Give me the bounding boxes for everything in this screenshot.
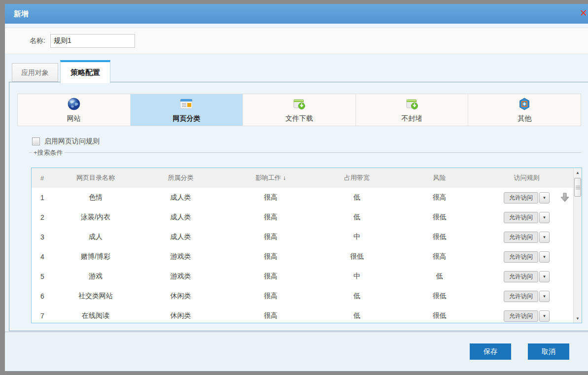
row-parent-category: 成人类 [135, 213, 226, 222]
row-impact: 很高 [226, 292, 315, 301]
dropdown-arrow-icon[interactable]: ▼ [539, 212, 550, 223]
dropdown-arrow-icon[interactable]: ▼ [539, 291, 550, 302]
table-row[interactable]: 4 赌博/博彩 游戏类 很高 很低 很高 允许访问 ▼ [32, 247, 573, 267]
access-rule-dropdown[interactable]: 允许访问 ▼ [504, 291, 550, 302]
table-row[interactable]: 3 成人 成人类 很高 中 很低 允许访问 ▼ [32, 227, 573, 247]
row-number: 3 [32, 233, 56, 241]
row-parent-category: 游戏类 [135, 272, 226, 281]
row-category-name: 社交类网站 [56, 292, 135, 301]
col-header-impact-label: 影响工作 [255, 174, 281, 181]
row-risk: 低 [399, 272, 480, 281]
cancel-button[interactable]: 取消 [528, 343, 569, 360]
scroll-down-icon[interactable]: ▼ [574, 314, 582, 323]
row-impact: 很高 [226, 272, 315, 281]
row-impact: 很高 [226, 311, 315, 320]
category-tab-no-block[interactable]: 不封堵 [356, 94, 469, 126]
col-header-impact[interactable]: 影响工作↓ [226, 173, 315, 182]
access-rule-dropdown[interactable]: 允许访问 ▼ [504, 212, 550, 223]
row-impact: 很高 [226, 193, 315, 202]
tab-policy-config[interactable]: 策略配置 [60, 60, 110, 83]
row-risk: 很高 [399, 252, 480, 261]
category-tab-website[interactable]: 网站 [18, 94, 131, 126]
access-rule-value[interactable]: 允许访问 [504, 232, 538, 243]
enable-rule-label: 启用网页访问规则 [44, 137, 100, 146]
row-bandwidth: 低 [315, 311, 399, 320]
access-rule-value[interactable]: 允许访问 [504, 192, 538, 204]
col-header-index[interactable]: # [32, 174, 56, 182]
category-tab-other[interactable]: 其他 [468, 94, 581, 126]
category-table: # 网页目录名称 所属分类 影响工作↓ 占用带宽 风险 访问规则 1 色情 成人… [31, 168, 582, 323]
access-rule-dropdown[interactable]: 允许访问 ▼ [504, 271, 550, 282]
table-row[interactable]: 5 游戏 游戏类 很高 中 低 允许访问 ▼ [32, 267, 573, 286]
webpage-icon [179, 97, 193, 113]
row-number: 7 [32, 312, 56, 320]
access-rule-dropdown[interactable]: 允许访问 ▼ [504, 310, 550, 322]
row-number: 4 [32, 253, 56, 261]
col-header-category[interactable]: 所属分类 [135, 173, 226, 182]
enable-rule-checkbox[interactable] [32, 137, 40, 145]
row-number: 5 [32, 273, 56, 280]
dialog-footer: 保存 取消 [5, 332, 588, 371]
name-input[interactable] [50, 34, 135, 48]
col-header-rule[interactable]: 访问规则 [480, 173, 573, 182]
search-condition-section: +搜索条件 [29, 152, 581, 153]
access-rule-value[interactable]: 允许访问 [504, 271, 538, 282]
tab-application-object[interactable]: 应用对象 [12, 63, 58, 82]
row-parent-category: 休闲类 [135, 292, 226, 301]
row-category-name: 赌博/博彩 [56, 252, 135, 261]
access-rule-dropdown[interactable]: 允许访问 ▼ [504, 251, 550, 263]
search-condition-toggle[interactable]: +搜索条件 [32, 148, 65, 157]
row-parent-category: 游戏类 [135, 252, 226, 261]
category-tab-web-classification[interactable]: 网页分类 [131, 94, 243, 126]
dialog-title: 新增 [5, 4, 588, 24]
category-table-main: # 网页目录名称 所属分类 影响工作↓ 占用带宽 风险 访问规则 1 色情 成人… [32, 168, 573, 323]
access-rule-dropdown[interactable]: 允许访问 ▼ [504, 232, 550, 243]
access-rule-value[interactable]: 允许访问 [504, 251, 538, 263]
dropdown-arrow-icon[interactable]: ▼ [539, 251, 550, 263]
table-row[interactable]: 2 泳装/内衣 成人类 很高 低 很低 允许访问 ▼ [32, 207, 573, 227]
sort-descending-icon[interactable]: ↓ [283, 174, 286, 181]
row-bandwidth: 很低 [315, 252, 399, 261]
table-header-row: # 网页目录名称 所属分类 影响工作↓ 占用带宽 风险 访问规则 [32, 168, 573, 188]
category-tab-file-download[interactable]: 文件下载 [243, 94, 356, 126]
table-scrollbar[interactable]: ▲ ▼ [573, 168, 582, 323]
table-row[interactable]: 1 色情 成人类 很高 低 很高 允许访问 ▼ [32, 188, 573, 207]
move-down-icon[interactable] [559, 192, 571, 205]
col-header-bandwidth[interactable]: 占用带宽 [315, 173, 399, 182]
col-header-risk[interactable]: 风险 [399, 173, 480, 182]
other-icon [518, 97, 531, 113]
row-parent-category: 成人类 [135, 233, 226, 241]
row-impact: 很高 [226, 213, 315, 222]
dropdown-arrow-icon[interactable]: ▼ [539, 310, 550, 322]
scrollbar-thumb[interactable] [574, 178, 581, 197]
category-tab-label: 不封堵 [402, 114, 422, 123]
dropdown-arrow-icon[interactable]: ▼ [539, 232, 550, 243]
row-bandwidth: 低 [315, 292, 399, 301]
row-bandwidth: 中 [315, 272, 399, 281]
dropdown-arrow-icon[interactable]: ▼ [539, 271, 550, 282]
name-panel: 名称: [5, 28, 588, 54]
dropdown-arrow-icon[interactable]: ▼ [539, 192, 550, 204]
category-tab-label: 其他 [518, 114, 531, 123]
access-rule-value[interactable]: 允许访问 [504, 291, 538, 302]
dialog-titlebar: 新增 ✕ [5, 4, 588, 24]
close-icon[interactable]: ✕ [580, 8, 588, 18]
access-rule-value[interactable]: 允许访问 [504, 310, 538, 322]
access-rule-value[interactable]: 允许访问 [504, 212, 538, 223]
access-rule-dropdown[interactable]: 允许访问 ▼ [504, 192, 550, 204]
row-risk: 很低 [399, 233, 480, 241]
table-row[interactable]: 6 社交类网站 休闲类 很高 低 很低 允许访问 ▼ [32, 286, 573, 306]
category-tab-label: 文件下载 [285, 114, 313, 123]
save-button[interactable]: 保存 [470, 343, 511, 360]
row-category-name: 成人 [56, 233, 135, 241]
table-row[interactable]: 7 在线阅读 休闲类 很高 低 很低 允许访问 ▼ [32, 306, 573, 323]
policy-config-panel: 网站 网页分类 [9, 82, 588, 331]
row-number: 6 [32, 292, 56, 300]
category-tab-label: 网站 [67, 114, 81, 123]
scroll-up-icon[interactable]: ▲ [574, 168, 582, 177]
row-category-name: 游戏 [56, 272, 135, 281]
col-header-name[interactable]: 网页目录名称 [56, 173, 135, 182]
row-risk: 很低 [399, 311, 480, 320]
category-tab-strip: 网站 网页分类 [17, 94, 581, 126]
row-number: 1 [32, 194, 56, 202]
